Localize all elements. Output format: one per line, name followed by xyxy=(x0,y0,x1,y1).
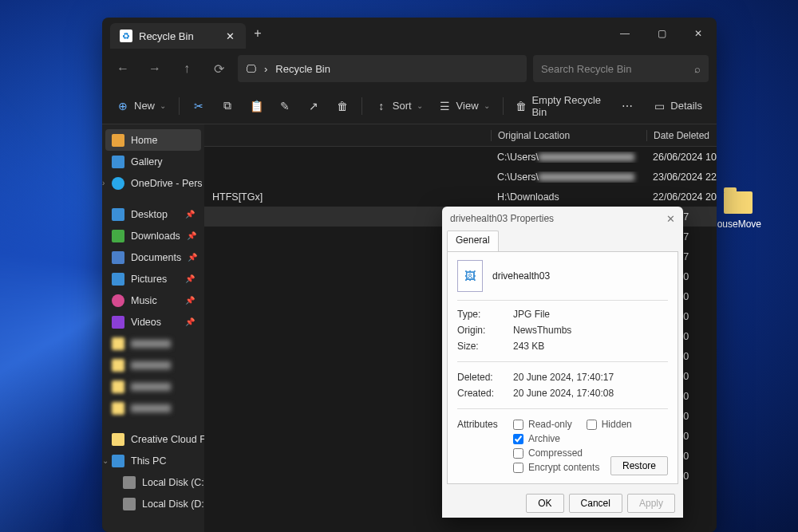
folder-icon xyxy=(112,337,124,350)
sidebar: Home Gallery ›OneDrive - Pers Desktop📌 D… xyxy=(102,124,204,532)
address-bar[interactable]: 🖵 › Recycle Bin xyxy=(238,55,527,82)
restore-button[interactable]: Restore xyxy=(610,456,668,475)
table-row[interactable]: C:\Users\26/06/2024 10 xyxy=(204,147,717,167)
deleted-label: Deleted: xyxy=(457,372,513,383)
desktop-shortcut-label: louseMove xyxy=(710,219,766,230)
sidebar-item-folder[interactable] xyxy=(105,397,201,419)
onedrive-icon xyxy=(112,177,124,190)
sidebar-item-folder[interactable] xyxy=(105,333,201,354)
up-button[interactable]: ↑ xyxy=(174,56,200,81)
copy-button[interactable]: ⧉ xyxy=(215,93,240,119)
sidebar-item-folder[interactable] xyxy=(105,376,201,397)
attributes-label: Attributes xyxy=(457,419,513,473)
rename-button[interactable]: ✎ xyxy=(272,93,298,119)
folder-icon xyxy=(112,359,124,372)
close-button[interactable]: ✕ xyxy=(680,18,717,49)
new-button[interactable]: ⊕New⌄ xyxy=(110,93,172,119)
music-icon xyxy=(112,294,124,307)
desktop-shortcut[interactable]: louseMove xyxy=(710,191,766,230)
readonly-checkbox[interactable]: Read-only xyxy=(513,419,572,430)
tab-title: Recycle Bin xyxy=(139,30,194,42)
delete-button[interactable]: 🗑 xyxy=(330,93,355,119)
desktop-icon xyxy=(112,208,124,221)
cell-date: 22/06/2024 20 xyxy=(646,191,717,203)
apply-button[interactable]: Apply xyxy=(627,494,675,513)
pc-icon: 🖵 xyxy=(246,63,256,75)
cancel-button[interactable]: Cancel xyxy=(569,494,622,513)
dialog-title: drivehealth03 Properties xyxy=(450,213,554,224)
cell-original-location: C:\Users\ xyxy=(491,171,646,183)
folder-icon xyxy=(112,380,124,393)
recycle-bin-icon: ♻ xyxy=(120,30,132,42)
forward-button[interactable]: → xyxy=(142,56,168,81)
sidebar-item-gallery[interactable]: Gallery xyxy=(105,151,201,172)
type-label: Type: xyxy=(457,309,513,320)
sidebar-item-documents[interactable]: Documents📌 xyxy=(105,246,201,268)
search-icon: ⌕ xyxy=(694,63,701,75)
ok-button[interactable]: OK xyxy=(526,494,563,513)
pc-icon xyxy=(112,455,124,467)
sidebar-item-local-disk-d[interactable]: Local Disk (D:) xyxy=(105,493,201,514)
sidebar-item-pictures[interactable]: Pictures📌 xyxy=(105,268,201,290)
new-tab-button[interactable]: + xyxy=(246,26,270,41)
table-row[interactable]: C:\Users\23/06/2024 22 xyxy=(204,167,717,187)
sidebar-item-this-pc[interactable]: ⌄This PC xyxy=(105,450,201,471)
dialog-titlebar[interactable]: drivehealth03 Properties ✕ xyxy=(442,207,683,231)
cell-date: 26/06/2024 10 xyxy=(646,152,717,163)
close-tab-icon[interactable]: ✕ xyxy=(223,30,236,42)
pictures-icon xyxy=(112,273,124,286)
type-value: JPG File xyxy=(513,309,668,320)
sort-button[interactable]: ↕Sort⌄ xyxy=(369,93,429,119)
details-button[interactable]: ▭Details xyxy=(646,93,709,119)
sidebar-item-desktop[interactable]: Desktop📌 xyxy=(105,203,201,225)
gallery-icon xyxy=(112,156,124,168)
navbar: ← → ↑ ⟳ 🖵 › Recycle Bin Search Recycle B… xyxy=(102,49,717,88)
maximize-button[interactable]: ▢ xyxy=(643,18,680,49)
properties-dialog: drivehealth03 Properties ✕ General 🖼 dri… xyxy=(442,207,683,518)
paste-button[interactable]: 📋 xyxy=(243,93,269,119)
sidebar-item-local-disk-c[interactable]: Local Disk (C:) xyxy=(105,471,201,493)
downloads-icon xyxy=(112,230,124,242)
created-value: 20 June 2024, 17:40:08 xyxy=(513,388,668,399)
window-tab[interactable]: ♻ Recycle Bin ✕ xyxy=(110,23,246,49)
sidebar-item-music[interactable]: Music📌 xyxy=(105,290,201,311)
refresh-button[interactable]: ⟳ xyxy=(206,56,231,81)
more-button[interactable]: ⋯ xyxy=(614,93,640,119)
pin-icon: 📌 xyxy=(185,210,195,219)
hidden-checkbox[interactable]: Hidden xyxy=(587,419,632,430)
empty-recycle-bin-button[interactable]: 🗑Empty Recycle Bin xyxy=(509,93,611,119)
sidebar-item-home[interactable]: Home xyxy=(105,129,201,151)
share-button[interactable]: ↗ xyxy=(301,93,326,119)
sidebar-item-downloads[interactable]: Downloads📌 xyxy=(105,225,201,246)
minimize-button[interactable]: — xyxy=(606,18,643,49)
origin-label: Origin: xyxy=(457,325,513,336)
search-input[interactable]: Search Recycle Bin ⌕ xyxy=(533,55,709,82)
cut-button[interactable]: ✂ xyxy=(186,93,211,119)
folder-icon xyxy=(112,433,124,446)
sidebar-item-folder[interactable] xyxy=(105,354,201,376)
home-icon xyxy=(112,134,124,147)
pin-icon: 📌 xyxy=(187,231,196,240)
archive-checkbox[interactable]: Archive xyxy=(513,433,668,444)
cell-date: 23/06/2024 22 xyxy=(646,171,717,183)
cell-original-location: H:\Downloads xyxy=(491,191,646,203)
chevron-right-icon: › xyxy=(102,179,105,187)
sidebar-item-onedrive[interactable]: ›OneDrive - Pers xyxy=(105,172,201,194)
chevron-down-icon: ⌄ xyxy=(102,456,109,465)
disk-icon xyxy=(123,476,136,489)
view-button[interactable]: ☰View⌄ xyxy=(433,93,496,119)
size-value: 243 KB xyxy=(513,341,668,352)
sidebar-item-videos[interactable]: Videos📌 xyxy=(105,311,201,333)
close-icon[interactable]: ✕ xyxy=(666,213,675,225)
column-date-deleted[interactable]: Date Deleted xyxy=(646,130,717,141)
documents-icon xyxy=(112,251,124,264)
back-button[interactable]: ← xyxy=(110,56,136,81)
column-original-location[interactable]: Original Location xyxy=(491,130,646,141)
sidebar-item-creative-cloud[interactable]: Creative Cloud F xyxy=(105,428,201,450)
file-icon: 🖼 xyxy=(457,260,483,292)
table-row[interactable]: HTFS[TGx]H:\Downloads22/06/2024 20 xyxy=(204,187,717,207)
chevron-right-icon: › xyxy=(264,63,267,75)
pin-icon: 📌 xyxy=(185,317,195,326)
tab-general[interactable]: General xyxy=(447,231,499,251)
toolbar: ⊕New⌄ ✂ ⧉ 📋 ✎ ↗ 🗑 ↕Sort⌄ ☰View⌄ 🗑Empty R… xyxy=(102,88,717,124)
